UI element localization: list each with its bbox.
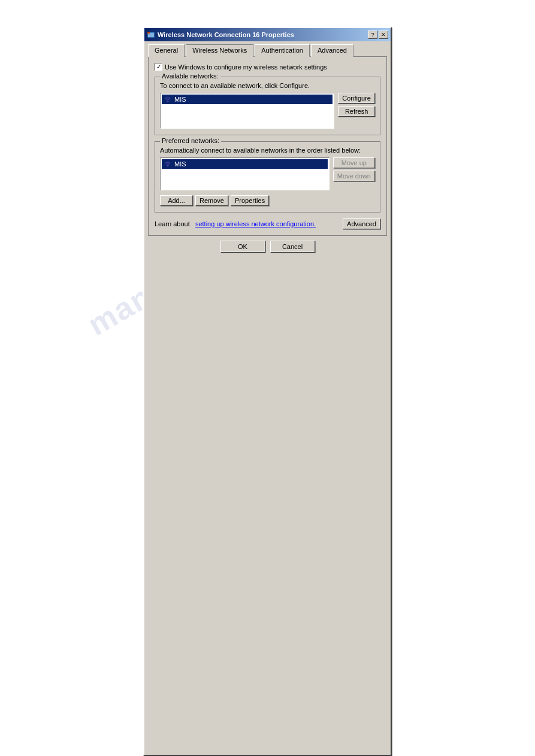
preferred-network-name: MIS — [174, 160, 186, 168]
preferred-networks-list-area: MIS Move up Move down — [160, 157, 375, 190]
learn-link[interactable]: setting up wireless network configuratio… — [195, 220, 316, 227]
remove-button[interactable]: Remove — [195, 195, 228, 206]
use-windows-checkbox-row: ✓ Use Windows to configure my wireless n… — [155, 63, 380, 71]
cancel-button[interactable]: Cancel — [270, 241, 315, 253]
use-windows-label: Use Windows to configure my wireless net… — [165, 63, 327, 71]
svg-point-3 — [167, 101, 169, 102]
preferred-side-buttons: Move up Move down — [333, 157, 375, 181]
preferred-networks-hint: Automatically connect to available netwo… — [160, 147, 375, 154]
ok-button[interactable]: OK — [220, 241, 265, 253]
tab-general[interactable]: General — [148, 44, 185, 57]
title-bar-left: Wireless Network Connection 16 Propertie… — [147, 31, 294, 39]
preferred-bottom-buttons: Add... Remove Properties — [160, 195, 375, 206]
learn-before: Learn about — [155, 220, 190, 227]
configure-button[interactable]: Configure — [338, 93, 375, 104]
tab-advanced[interactable]: Advanced — [311, 44, 353, 57]
available-networks-buttons: Configure Refresh — [338, 93, 375, 117]
preferred-network-item[interactable]: MIS — [162, 159, 328, 169]
page-wrapper: manualshive.com Wireless Network Connect… — [0, 0, 535, 756]
title-buttons: ? ✕ — [368, 31, 388, 39]
content-area: ✓ Use Windows to configure my wireless n… — [148, 56, 387, 236]
title-bar: Wireless Network Connection 16 Propertie… — [144, 28, 391, 41]
available-networks-list-area: MIS Configure Refresh — [160, 93, 375, 129]
tab-wireless-networks[interactable]: Wireless Networks — [186, 44, 253, 57]
move-up-button[interactable]: Move up — [333, 157, 375, 168]
wifi-icon-preferred — [164, 160, 172, 168]
use-windows-checkbox[interactable]: ✓ — [155, 63, 162, 71]
available-networks-group: Available networks: To connect to an ava… — [155, 77, 380, 135]
window-title: Wireless Network Connection 16 Propertie… — [158, 31, 294, 38]
svg-rect-1 — [148, 33, 154, 37]
win-dialog: Wireless Network Connection 16 Propertie… — [143, 27, 392, 756]
available-network-item[interactable]: MIS — [162, 95, 333, 104]
close-button[interactable]: ✕ — [379, 31, 388, 39]
available-networks-hint: To connect to an available network, clic… — [160, 82, 375, 89]
add-button[interactable]: Add... — [160, 195, 193, 206]
advanced-button[interactable]: Advanced — [343, 218, 380, 229]
svg-point-4 — [167, 165, 169, 167]
preferred-networks-listbox[interactable]: MIS — [160, 157, 330, 190]
learn-text: Learn about setting up wireless network … — [155, 220, 316, 227]
preferred-networks-label: Preferred networks: — [160, 137, 221, 144]
available-network-name: MIS — [174, 96, 186, 103]
help-button[interactable]: ? — [368, 31, 377, 39]
dialog-buttons: OK Cancel — [144, 236, 391, 259]
preferred-networks-group: Preferred networks: Automatically connec… — [155, 141, 380, 212]
learn-area: Learn about setting up wireless network … — [155, 218, 380, 229]
wifi-icon — [164, 95, 172, 104]
svg-rect-2 — [147, 32, 150, 34]
available-networks-listbox[interactable]: MIS — [160, 93, 334, 129]
tab-authentication[interactable]: Authentication — [255, 44, 310, 57]
available-networks-label: Available networks: — [160, 72, 220, 80]
properties-button[interactable]: Properties — [231, 195, 269, 206]
window-icon — [147, 31, 155, 39]
refresh-button[interactable]: Refresh — [338, 106, 375, 117]
tabs-bar: General Wireless Networks Authentication… — [144, 41, 391, 56]
move-down-button[interactable]: Move down — [333, 171, 375, 181]
